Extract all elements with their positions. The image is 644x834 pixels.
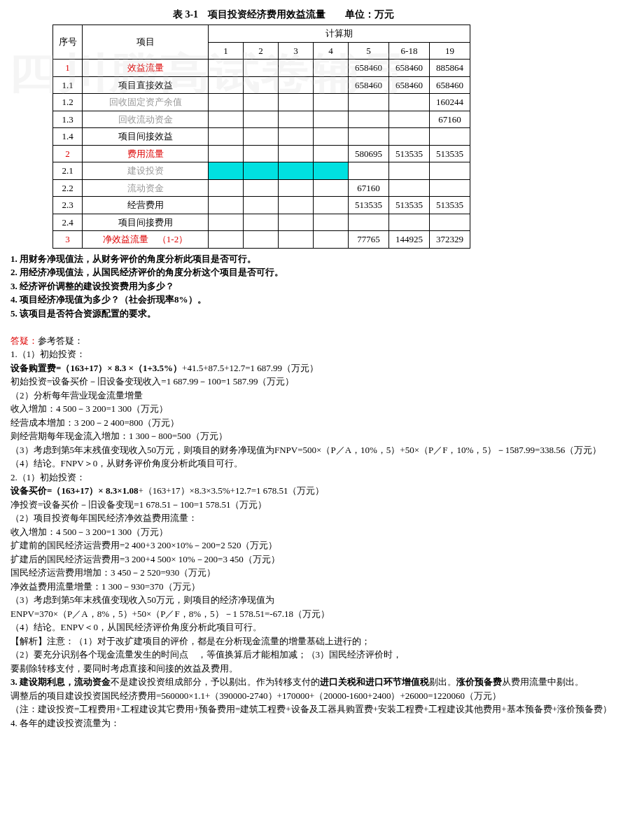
row-cell xyxy=(279,111,314,128)
row-cell: 580695 xyxy=(349,145,389,162)
row-cell: 513535 xyxy=(389,197,430,214)
line-10: 2.（1）初始投资： xyxy=(10,471,634,485)
row-cell xyxy=(314,179,349,197)
row-cell xyxy=(209,179,244,197)
row-cell xyxy=(349,128,389,146)
row-cell xyxy=(279,145,314,162)
row-item: 回收流动资金 xyxy=(83,111,209,128)
row-seq: 3 xyxy=(53,231,83,249)
row-seq: 1 xyxy=(53,60,83,77)
table-row: 1.4项目间接效益 xyxy=(53,128,470,146)
row-item: 效益流量 xyxy=(83,60,209,77)
row-seq: 1.3 xyxy=(53,111,83,128)
row-item: 净效益流量 （1-2） xyxy=(83,231,209,249)
row-cell xyxy=(430,179,470,197)
row-cell xyxy=(279,162,314,180)
line-3: 初始投资=设备买价－旧设备变现收入=1 687.99－100=1 587.99（… xyxy=(10,375,634,389)
row-cell: 513535 xyxy=(430,145,470,162)
row-cell xyxy=(244,179,279,197)
table-row: 2费用流量580695513535513535 xyxy=(53,145,470,162)
question-4: 4. 项目经济净现值为多少？（社会折现率8%）。 xyxy=(10,293,634,307)
row-cell xyxy=(349,111,389,128)
row-cell xyxy=(244,214,279,231)
period-1: 1 xyxy=(209,42,244,60)
row-cell xyxy=(209,214,244,231)
table-header-row-1: 序号 项目 计算期 xyxy=(53,25,470,43)
row-seq: 2.3 xyxy=(53,197,83,214)
line-18: 净效益费用流量增量：1 300－930=370（万元） xyxy=(10,580,634,594)
row-seq: 2.2 xyxy=(53,179,83,197)
row-item: 费用流量 xyxy=(83,145,209,162)
question-2: 2. 用经济净现值法，从国民经济评价的角度分析这个项目是否可行。 xyxy=(10,265,634,279)
header-item: 项目 xyxy=(83,25,209,60)
row-cell: 658460 xyxy=(349,76,389,94)
line-20: ENPV=370×（P／A，8%，5）+50×（P／F，8%，5）－1 578.… xyxy=(10,607,634,621)
row-item: 流动资金 xyxy=(83,179,209,197)
row-seq: 1.4 xyxy=(53,128,83,146)
row-cell xyxy=(244,128,279,146)
row-cell xyxy=(209,145,244,162)
question-1: 1. 用财务净现值法，从财务评价的角度分析此项目是否可行。 xyxy=(10,252,634,266)
line-5: 收入增加：4 500－3 200=1 300（万元） xyxy=(10,402,634,416)
row-cell xyxy=(349,162,389,180)
row-seq: 1.2 xyxy=(53,94,83,111)
table-row: 2.3经营费用513535513535513535 xyxy=(53,197,470,214)
line-19: （3）考虑到第5年末残值变现收入50万元，则项目的经济净现值为 xyxy=(10,593,634,607)
table-row: 3净效益流量 （1-2）77765144925372329 xyxy=(53,231,470,249)
row-cell xyxy=(244,162,279,180)
row-cell xyxy=(279,197,314,214)
row-cell: 658460 xyxy=(389,60,430,77)
row-cell: 658460 xyxy=(389,76,430,94)
row-cell xyxy=(279,214,314,231)
line-14: 收入增加：4 500－3 200=1 300（万元） xyxy=(10,525,634,539)
row-cell xyxy=(430,162,470,180)
row-cell xyxy=(389,111,430,128)
line-25a: 3. 建设期利息，流动资金 xyxy=(10,676,111,687)
row-cell: 67160 xyxy=(430,111,470,128)
row-cell xyxy=(389,128,430,146)
row-cell xyxy=(209,231,244,249)
period-2: 2 xyxy=(244,42,279,60)
period-3: 3 xyxy=(279,42,314,60)
line-25d: 剔出。 xyxy=(429,676,456,687)
row-item: 回收固定资产余值 xyxy=(83,94,209,111)
row-cell xyxy=(314,128,349,146)
row-cell: 513535 xyxy=(349,197,389,214)
row-cell: 658460 xyxy=(349,60,389,77)
line-25c: 进口关税和进口环节增值税 xyxy=(320,676,429,687)
table-row: 1.2回收固定资产余值160244 xyxy=(53,94,470,111)
row-cell xyxy=(389,94,430,111)
row-cell xyxy=(279,128,314,146)
line-15: 扩建前的国民经济运营费用=2 400+3 200×10%－200=2 520（万… xyxy=(10,538,634,552)
row-cell xyxy=(209,162,244,180)
question-3: 3. 经济评价调整的建设投资费用为多少？ xyxy=(10,279,634,293)
answer-content: 答疑：参考答疑： 1.（1）初始投资： 设备购置费=（163+17）× 8.3 … xyxy=(10,334,634,730)
row-cell xyxy=(314,214,349,231)
line-25f: 从费用流量中剔出。 xyxy=(502,676,584,687)
row-cell: 885864 xyxy=(430,60,470,77)
row-cell: 67160 xyxy=(349,179,389,197)
row-cell: 513535 xyxy=(389,145,430,162)
question-5: 5. 该项目是否符合资源配置的要求。 xyxy=(10,307,634,321)
row-cell xyxy=(314,231,349,249)
line-22: 【解析】注意：（1）对于改扩建项目的评价，都是在分析现金流量的增量基础上进行的； xyxy=(10,634,634,648)
row-cell xyxy=(279,60,314,77)
header-calc-period: 计算期 xyxy=(209,25,470,43)
row-cell: 372329 xyxy=(430,231,470,249)
row-cell xyxy=(430,214,470,231)
line-6: 经营成本增加：3 200－2 400=800（万元） xyxy=(10,416,634,430)
row-cell xyxy=(314,197,349,214)
row-cell xyxy=(430,128,470,146)
row-cell xyxy=(389,214,430,231)
row-cell xyxy=(349,214,389,231)
row-cell: 513535 xyxy=(430,197,470,214)
row-item: 经营费用 xyxy=(83,197,209,214)
table-row: 2.4项目间接费用 xyxy=(53,214,470,231)
line-2a: 设备购置费=（163+17）× 8.3 ×（1+3.5%） xyxy=(10,363,182,373)
row-item: 建设投资 xyxy=(83,162,209,180)
row-cell xyxy=(209,76,244,94)
row-cell xyxy=(244,231,279,249)
row-cell xyxy=(244,60,279,77)
row-cell xyxy=(279,179,314,197)
period-19: 19 xyxy=(430,42,470,60)
